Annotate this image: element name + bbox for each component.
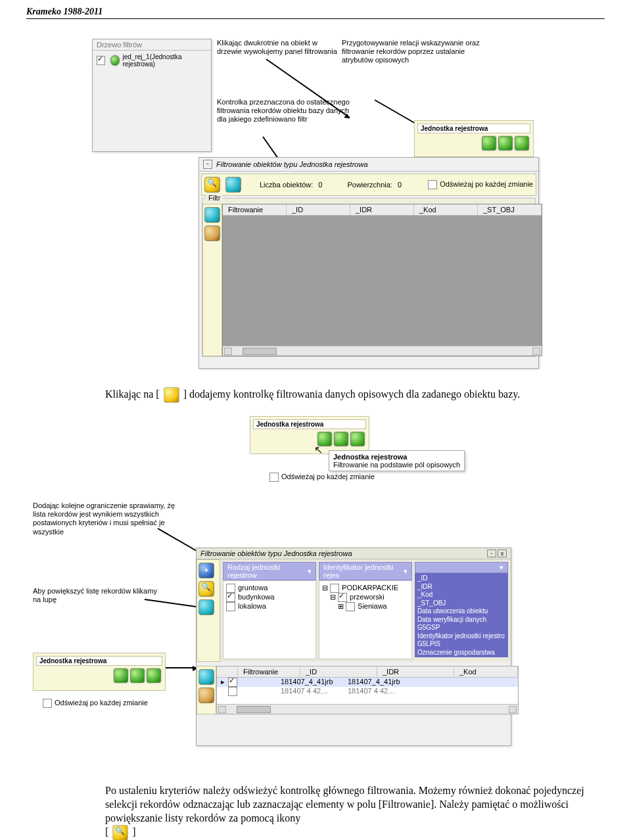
chevron-down-icon: ▾ [404,567,408,576]
dropdown-rodzaj[interactable]: Rodzaj jednostki rejestrow▾ [223,562,316,580]
annotation-4: Dodając kolejne ograniczenie sprawiamy, … [33,502,177,536]
tree-sieniawa[interactable]: Sieniawa [358,602,387,610]
jr-button-1[interactable] [482,136,496,151]
row2-filter-cb[interactable] [228,687,237,696]
jr2-button-2[interactable] [334,432,348,446]
tree-item-label[interactable]: jed_rej_1(Jednostka rejestrowa) [122,53,207,68]
annotation-3: Kontrolka przeznaczona do ostatecznego f… [217,98,355,124]
opt-budynkowa-cb[interactable] [226,593,235,602]
jr-group-title: Jednostka rejestrowa [417,124,530,133]
chevron-down-icon: ▾ [500,563,503,572]
grid-lock-button[interactable] [204,225,220,241]
page-header: Krameko 1988-2011 [26,7,605,19]
refresh-each-change-checkbox-2[interactable] [269,473,279,482]
tree-sieniawa-cb[interactable] [346,602,355,611]
row1-id: 181407_4_41jrb [281,678,348,687]
magnifier-button-2[interactable] [199,581,214,597]
grid2-header: Filtrowanie _ID _IDR _Kod [217,666,518,678]
area-value: 0 [398,181,402,189]
filter-panel-title: Filtrowanie obiektów typu Jednostka reje… [216,160,368,168]
row1-filter-cb[interactable] [228,678,237,687]
chevron-down-icon: ▾ [308,567,312,576]
horizontal-scrollbar-2[interactable] [217,704,518,714]
tree-podkarpackie[interactable]: PODKARPACKIE [342,584,398,592]
collapse-button[interactable]: - [203,160,212,169]
grid-refresh-button[interactable] [204,207,220,223]
horizontal-scrollbar[interactable] [223,346,542,356]
refresh-button-2[interactable] [199,599,214,615]
tree-node-icon [110,55,120,66]
dropdown-ident[interactable]: Identyfikator jednostki rejes▾ [319,562,412,580]
refresh-each-change-label-3: Odświeżaj po każdej zmianie [55,699,148,707]
opt-lokalowa[interactable]: lokalowa [238,602,266,610]
close-button[interactable]: x [498,549,507,557]
field-list[interactable]: _ID _IDR _Kod _ST_OBJ Data utworzenia ob… [415,573,508,657]
annotation-5: Aby powiększyć listę rekordów klikamy na… [33,587,164,604]
jr3-button-2[interactable] [130,668,145,683]
jr3-button-3[interactable] [147,668,161,683]
refresh-each-change-checkbox-3[interactable] [43,699,52,708]
jr3-group-title: Jednostka rejestrowa [36,656,162,666]
jr2-button-3[interactable] [350,432,365,446]
body-paragraph-1: Klikając na [ ] dodajemy kontrolkę filtr… [105,387,585,403]
row1-idr: 181407_4_41jrb [348,678,415,687]
annotation-1: Klikając dwukrotnie na obiekt w drzewie … [217,39,342,56]
inline-magnifier-icon [112,825,128,840]
refresh-button[interactable] [225,177,241,193]
filter-panel-title-2: Filtrowanie obiektów typu Jednostka reje… [200,549,352,557]
refresh-each-change-checkbox[interactable] [428,180,437,189]
figure-2: Jednostka rejestrowa ↖ Jednostka rejestr… [138,416,585,482]
opt-lokalowa-cb[interactable] [226,602,235,611]
add-filter-button[interactable]: + [199,563,214,578]
jr-button-2[interactable] [498,136,513,151]
row2-idr: 181407 4 42… [348,687,415,696]
tree-groupbox: Drzewo filtrów [93,39,211,51]
min-button[interactable]: - [487,549,496,557]
opt-budynkowa[interactable]: budynkowa [238,593,275,601]
tooltip-title: Jednostka rejestrowa [333,453,460,461]
grid-header: Filtrowanie _ID _IDR _Kod _ST_OBJ [223,204,542,216]
tree-item-checkbox[interactable] [97,56,105,65]
jr3-button-1[interactable] [114,668,128,683]
tooltip-body: Filtrowanie na podstawie pól opisowych [333,461,460,469]
opt-gruntowa[interactable]: gruntowa [238,584,268,592]
tree-przeworski[interactable]: przeworski [350,593,385,601]
cursor-icon: ↖ [314,444,323,456]
inline-green-stripes-icon [164,387,179,403]
grid2-lock-button[interactable] [199,688,214,703]
filter-group-label: Filtr [206,194,222,202]
tree-przeworski-cb[interactable] [338,593,347,602]
area-label: Powierzchnia: [347,181,392,189]
tree-podkarpackie-cb[interactable] [330,584,339,593]
body-paragraph-2: Po ustaleniu kryteriów należy odświeżyć … [105,784,585,840]
dropdown-right[interactable]: ▾ [415,562,508,573]
grid2-refresh-button[interactable] [199,669,214,685]
obj-count-value: 0 [318,181,322,189]
figure-1: Drzewo filtrów jed_rej_1(Jednostka rejes… [92,39,539,367]
magnifier-button[interactable] [204,177,220,193]
annotation-2: Przygotowywanie relacji wskazywanie oraz… [342,39,493,65]
refresh-each-change-label-2: Odświeżaj po każdej zmianie [281,473,375,480]
row2-id: 181407 4 42… [281,687,348,696]
refresh-each-change-label: Odświeżaj po każdej zmianie [440,180,533,188]
obj-count-label: Liczba obiektów: [260,181,313,189]
figure-3: Dodając kolejne ograniczenie sprawiamy, … [33,502,585,764]
jr-button-3[interactable] [515,136,529,151]
jr-group-title-2: Jednostka rejestrowa [253,419,366,429]
